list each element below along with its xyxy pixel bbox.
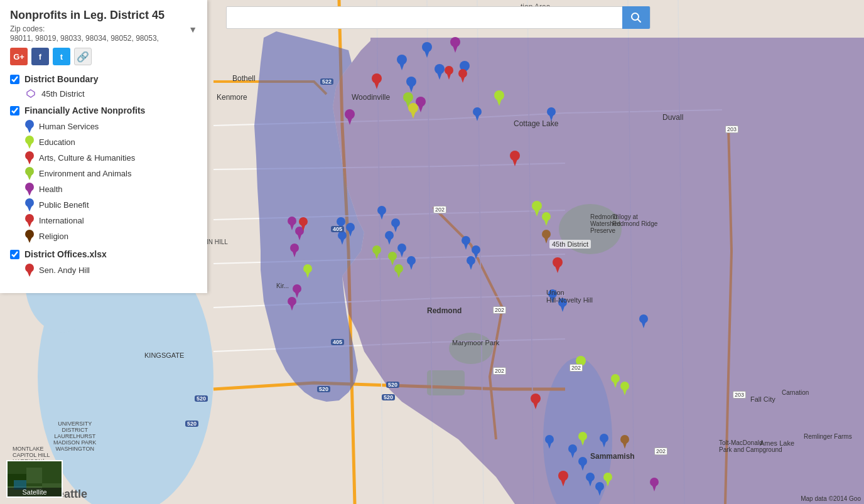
legend-item-religion: Religion xyxy=(25,229,197,243)
svg-rect-12 xyxy=(590,464,640,474)
pin-icon-office xyxy=(25,263,34,277)
page-title: Nonprofits in Leg. District 45 xyxy=(10,9,197,22)
svg-marker-146 xyxy=(26,203,33,212)
legend-item-health: Health xyxy=(25,182,197,196)
svg-rect-11 xyxy=(427,304,471,314)
satellite-label: Satellite xyxy=(8,488,62,496)
svg-rect-8 xyxy=(352,91,402,100)
twitter-button[interactable]: t xyxy=(53,48,70,65)
svg-marker-148 xyxy=(26,218,33,227)
legend-item-arts: Arts, Culture & Humanities xyxy=(25,151,197,164)
satellite-thumbnail[interactable]: Satellite xyxy=(6,460,63,498)
district-boundary-label: District Boundary xyxy=(24,74,98,84)
financially-active-header: Financially Active Nonprofits xyxy=(10,105,197,115)
share-button[interactable]: 🔗 xyxy=(74,48,92,65)
search-bar xyxy=(226,6,651,29)
legend-label-international: International xyxy=(39,216,84,225)
legend-item-international: International xyxy=(25,213,197,227)
legend-label-human-services: Human Services xyxy=(39,122,99,131)
district-offices-label: District Offices.xlsx xyxy=(24,249,107,259)
legend-item-human-services: Human Services xyxy=(25,119,197,133)
district-offices-section: District Offices.xlsx Sen. Andy Hill xyxy=(10,249,197,277)
district-boundary-section: District Boundary 45th District xyxy=(10,74,197,99)
legend-label-public-benefit: Public Benefit xyxy=(39,200,89,210)
svg-marker-142 xyxy=(26,171,33,180)
legend-label-religion: Religion xyxy=(39,232,68,241)
financially-active-label: Financially Active Nonprofits xyxy=(24,105,145,115)
pin-icon-education xyxy=(25,135,34,149)
svg-rect-155 xyxy=(26,468,42,483)
district-boundary-item-label: 45th District xyxy=(41,89,85,99)
legend-label-arts: Arts, Culture & Humanities xyxy=(39,153,135,163)
legend-label-environment: Environment and Animals xyxy=(39,169,131,178)
svg-rect-7 xyxy=(226,72,276,85)
category-legend-list: Human Services Education Arts, Culture &… xyxy=(25,119,197,243)
svg-rect-9 xyxy=(213,91,257,100)
gplus-button[interactable]: G+ xyxy=(10,48,28,65)
district-boundary-header: District Boundary xyxy=(10,74,197,84)
legend-label-education: Education xyxy=(39,137,75,147)
legend-item-public-benefit: Public Benefit xyxy=(25,198,197,212)
search-input[interactable] xyxy=(232,13,622,23)
svg-marker-144 xyxy=(26,187,33,196)
svg-marker-134 xyxy=(27,90,35,97)
district-offices-checkbox[interactable] xyxy=(10,250,19,259)
legend-item-education: Education xyxy=(25,135,197,149)
pin-icon-environment xyxy=(25,166,34,180)
zip-codes-section: Zip codes: 98011, 98019, 98033, 98034, 9… xyxy=(10,24,197,43)
facebook-button[interactable]: f xyxy=(31,48,49,65)
pin-icon-human-services xyxy=(25,119,34,133)
district-boundary-item: 45th District xyxy=(25,88,197,99)
zip-codes-value: 98011, 98019, 98033, 98034, 98052, 98053… xyxy=(10,34,159,43)
financially-active-section: Financially Active Nonprofits Human Serv… xyxy=(10,105,197,243)
zip-dropdown-arrow[interactable]: ▼ xyxy=(188,24,197,35)
pin-icon-health xyxy=(25,182,34,196)
svg-marker-150 xyxy=(26,234,33,243)
sidebar-panel: Nonprofits in Leg. District 45 Zip codes… xyxy=(0,0,207,293)
svg-marker-138 xyxy=(26,140,33,149)
svg-marker-152 xyxy=(26,268,33,277)
svg-rect-156 xyxy=(42,461,63,483)
svg-marker-136 xyxy=(26,124,33,133)
district-offices-header: District Offices.xlsx xyxy=(10,249,197,259)
legend-item-environment: Environment and Animals xyxy=(25,166,197,180)
social-bar: G+ f t 🔗 xyxy=(10,48,197,65)
legend-label-health: Health xyxy=(39,185,63,194)
office-name: Sen. Andy Hill xyxy=(39,265,90,275)
pin-icon-religion xyxy=(25,229,34,243)
svg-rect-10 xyxy=(515,113,565,122)
zip-label: Zip codes: xyxy=(10,24,159,33)
pin-icon-public-benefit xyxy=(25,198,34,212)
pin-icon-arts xyxy=(25,151,34,164)
svg-marker-140 xyxy=(26,156,33,164)
map-attribution: Map data ©2014 Goo xyxy=(801,495,861,502)
search-button[interactable] xyxy=(622,6,650,29)
district-boundary-checkbox[interactable] xyxy=(10,75,19,84)
district-icon xyxy=(25,88,36,99)
office-item-andy-hill: Sen. Andy Hill xyxy=(25,263,197,277)
financially-active-checkbox[interactable] xyxy=(10,106,19,115)
pin-icon-international xyxy=(25,213,34,227)
